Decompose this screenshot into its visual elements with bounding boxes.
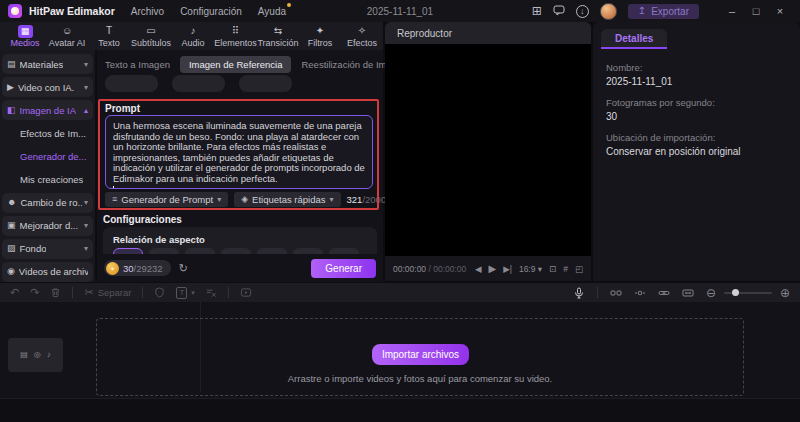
toggle-mute-button[interactable]: ♪ [47,351,51,359]
video-preview [385,44,591,256]
magnet-button[interactable] [610,287,622,299]
zoom-slider-knob[interactable] [732,289,739,296]
record-voiceover-button[interactable] [573,287,585,299]
tab-filtros[interactable]: ✦Filtros [299,25,341,48]
download-icon[interactable]: ↓ [576,5,589,18]
aspect-ratio-dropdown[interactable]: 16:9 ▾ [519,264,542,274]
tab-efectos[interactable]: ✧Efectos [341,25,383,48]
duration: / 00:00:00 [426,264,466,274]
delete-button[interactable] [50,287,61,298]
quick-tags-button[interactable]: ◈Etiquetas rápidas▾ [234,192,340,207]
credits-used: 30 [123,263,134,274]
tab-label: Efectos [347,39,377,48]
text-cursor [113,186,114,189]
sidebar-item-fondo[interactable]: ▨Fondo▾ [2,239,93,259]
prev-frame-button[interactable]: ◀ [475,264,482,274]
menu-ayuda[interactable]: Ayuda [258,6,286,17]
link-button[interactable] [658,287,670,299]
import-files-button[interactable]: Importar archivos [372,344,469,365]
scissors-icon: ✂ [84,287,93,298]
detail-value: Conservar en posición original [606,146,790,157]
tab-medios[interactable]: ▦Medios [4,25,46,48]
avatar-ai-icon: ☺ [62,25,72,38]
player-panel: Reproductor 00:00:00 / 00:00:00 ◀ ▶ ▶| 1… [385,22,591,281]
mask-button[interactable] [154,287,165,298]
sidebar-item-imagen-de-ia[interactable]: ◧Imagen de IA▴ [2,100,93,120]
fullscreen-button[interactable]: ◰ [575,264,583,274]
auto-split-button[interactable] [634,287,646,299]
char-counter: 321/2000 [347,194,387,205]
elements-icon: ⠿ [232,25,239,38]
reference-slot[interactable] [172,75,225,92]
tab-elementos[interactable]: ⠿Elementos [214,25,257,48]
tab-avatar-ai[interactable]: ☺Avatar AI [46,25,88,48]
text-tool-button[interactable]: T▾ [176,287,194,299]
tab-texto[interactable]: TTexto [88,25,130,48]
reference-slot[interactable] [239,75,292,92]
coin-icon: ✦ [106,262,119,275]
char-count: 321 [347,194,363,205]
sidebar-item-efectos-de-imagen[interactable]: Efectos de Im... [2,123,93,143]
sidebar-item-mejorador-de-video[interactable]: ▣Mejorador d...▾ [2,216,93,236]
chevron-down-icon: ▾ [82,244,88,253]
background-icon: ▨ [7,244,16,253]
speed-button[interactable] [240,287,252,298]
sidebar-item-label: Cambio de ro... [20,197,82,208]
toggle-visibility-button[interactable]: ◎ [34,351,41,359]
tab-transicion[interactable]: ⇆Transición [257,25,299,48]
subtab-texto-a-imagen[interactable]: Texto a Imagen [103,56,172,73]
fit-timeline-button[interactable] [682,287,694,299]
zoom-slider[interactable] [724,292,772,294]
zoom-out-button[interactable]: ⊖ [706,287,716,299]
maximize-button[interactable]: □ [744,5,768,17]
app-logo-icon [8,4,22,18]
tab-detalles[interactable]: Detalles [601,29,667,49]
next-frame-button[interactable]: ▶| [503,264,512,274]
tab-subtitulos[interactable]: ▭Subtítulos [130,25,172,48]
close-button[interactable]: × [768,5,792,17]
sidebar-item-label: Videos de archivo [19,266,88,277]
tags-icon: ◈ [241,195,248,204]
sidebar-item-label: Generador de... [20,151,87,162]
detail-field: Ubicación de importación: Conservar en p… [606,132,790,157]
track-header: ▤ ◎ ♪ [8,338,63,372]
layout-panels-icon[interactable]: ⊞ [532,5,542,17]
avatar[interactable] [600,3,617,20]
sidebar-item-materiales[interactable]: ▤Materiales▾ [2,54,93,74]
zoom-in-button[interactable]: ⊕ [780,287,790,299]
sidebar-item-mis-creaciones[interactable]: Mis creaciones [2,169,93,189]
playback-time: 00:00:00 / 00:00:00 [393,264,466,274]
reference-slot[interactable] [105,75,158,92]
chevron-down-icon: ▾ [82,221,88,230]
prompt-generator-button[interactable]: ≡Generador de Prompt▾ [105,192,228,207]
export-icon: ↥ [638,6,646,16]
menu-configuracion[interactable]: Configuración [180,6,242,17]
sidebar-item-videos-de-archivo[interactable]: ◉Videos de archivo [2,262,93,282]
refresh-icon[interactable]: ↻ [179,263,188,274]
play-button[interactable]: ▶ [488,263,496,274]
export-button[interactable]: ↥Exportar [628,4,699,19]
redo-button[interactable]: ↷ [30,287,39,298]
detail-value: 30 [606,111,790,122]
title-bar: HitPaw Edimakor Archivo Configuración Ay… [0,0,800,22]
generator-subtabs: Texto a Imagen Imagen de Referencia Rees… [103,56,407,73]
tab-audio[interactable]: ♪Audio [172,25,214,48]
snapshot-button[interactable]: ⊡ [549,264,556,274]
feedback-icon[interactable] [553,4,565,19]
detail-field: Nombre: 2025-11-11_01 [606,62,790,87]
subtab-imagen-de-referencia[interactable]: Imagen de Referencia [180,56,291,73]
split-button[interactable]: ✂Separar [84,287,131,298]
minimize-button[interactable]: – [720,5,744,17]
sidebar-item-generador-de-imagen[interactable]: Generador de... [2,146,93,166]
face-swap-icon: ☻ [7,198,16,207]
generate-button[interactable]: Generar [311,259,376,278]
prompt-textarea[interactable]: Una hermosa escena iluminada suavemente … [105,115,373,189]
crop-button[interactable]: # [563,264,568,274]
tts-button[interactable] [206,287,217,298]
undo-button[interactable]: ↶ [10,287,19,298]
sidebar-item-video-con-ia[interactable]: ▶Video con IA.▾ [2,77,93,97]
ratio-label: 16:9 [519,264,536,274]
sidebar-item-cambio-de-rostro[interactable]: ☻Cambio de ro...▾ [2,193,93,213]
menu-archivo[interactable]: Archivo [131,6,164,17]
sidebar-item-label: Mejorador d... [20,220,79,231]
